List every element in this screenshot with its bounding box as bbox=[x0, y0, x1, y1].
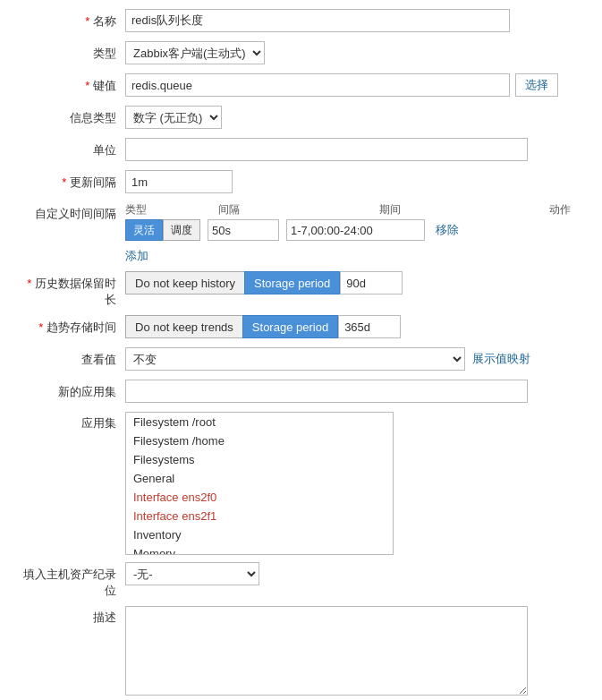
list-item[interactable]: Interface ens2f1 bbox=[126, 507, 393, 525]
update-input[interactable] bbox=[125, 170, 233, 193]
history-row: 历史数据保留时长 Do not keep history Storage per… bbox=[18, 271, 584, 308]
view-content: 不变 展示值映射 bbox=[125, 347, 584, 371]
type-select[interactable]: Zabbix客户端(主动式) Zabbix客户端 SNMP JMX IPMI bbox=[125, 41, 265, 64]
new-app-content bbox=[125, 380, 584, 403]
unit-row: 单位 bbox=[18, 138, 584, 163]
list-item[interactable]: Filesystem /root bbox=[126, 413, 393, 431]
unit-content bbox=[125, 138, 584, 161]
app-content: Filesystem /root Filesystem /home Filesy… bbox=[125, 412, 584, 555]
list-item[interactable]: General bbox=[126, 469, 393, 488]
type-btn-group: 灵活 调度 bbox=[125, 219, 200, 241]
history-storage-btn[interactable]: Storage period bbox=[244, 271, 340, 295]
new-app-label: 新的应用集 bbox=[18, 380, 125, 400]
custom-interval-row: 自定义时间间隔 类型 间隔 期间 动作 灵活 调度 移除 添加 bbox=[18, 202, 584, 264]
trend-period-group: Do not keep trends Storage period bbox=[125, 315, 401, 338]
ci-add-link[interactable]: 添加 bbox=[125, 248, 148, 264]
trend-label: 趋势存储时间 bbox=[18, 315, 125, 336]
trend-content: Do not keep trends Storage period bbox=[125, 315, 584, 338]
name-input[interactable] bbox=[125, 9, 510, 32]
name-content bbox=[125, 9, 584, 32]
type-flexible-btn[interactable]: 灵活 bbox=[125, 219, 163, 241]
ci-remove-link[interactable]: 移除 bbox=[436, 222, 459, 238]
app-dropdown[interactable]: Filesystem /root Filesystem /home Filesy… bbox=[125, 412, 394, 555]
type-label: 类型 bbox=[18, 41, 125, 62]
view-select[interactable]: 不变 bbox=[125, 347, 465, 371]
type-schedule-btn[interactable]: 调度 bbox=[163, 219, 200, 241]
new-app-row: 新的应用集 bbox=[18, 380, 584, 405]
view-mapping-link[interactable]: 展示值映射 bbox=[472, 351, 530, 367]
view-row: 查看值 不变 展示值映射 bbox=[18, 347, 584, 372]
key-content: 选择 bbox=[125, 73, 584, 97]
list-item[interactable]: Filesystems bbox=[126, 450, 393, 469]
history-value-input[interactable] bbox=[340, 271, 403, 295]
list-item[interactable]: Inventory bbox=[126, 525, 393, 544]
history-label: 历史数据保留时长 bbox=[18, 271, 125, 308]
form-container: 名称 类型 Zabbix客户端(主动式) Zabbix客户端 SNMP JMX … bbox=[0, 0, 602, 700]
key-select-button[interactable]: 选择 bbox=[515, 73, 558, 97]
desc-row: 描述 bbox=[18, 606, 584, 696]
info-type-content: 数字 (无正负) 数字 (浮点) 字符 日志 文本 bbox=[125, 106, 584, 129]
ci-col-type-label: 类型 bbox=[125, 202, 215, 218]
custom-interval-label: 自定义时间间隔 bbox=[18, 202, 125, 222]
name-row: 名称 bbox=[18, 9, 584, 34]
custom-interval-content: 类型 间隔 期间 动作 灵活 调度 移除 添加 bbox=[125, 202, 602, 264]
asset-select[interactable]: -无- 主机名 系统描述 bbox=[125, 562, 259, 585]
interval-header: 类型 间隔 期间 动作 bbox=[125, 202, 602, 218]
update-content bbox=[125, 170, 584, 193]
ci-col-action-label: 动作 bbox=[549, 202, 602, 218]
trend-no-keep-btn[interactable]: Do not keep trends bbox=[125, 315, 242, 338]
trend-row: 趋势存储时间 Do not keep trends Storage period bbox=[18, 315, 584, 340]
trend-storage-btn[interactable]: Storage period bbox=[242, 315, 338, 338]
history-no-keep-btn[interactable]: Do not keep history bbox=[125, 271, 244, 295]
interval-row-1: 灵活 调度 移除 bbox=[125, 219, 459, 241]
list-item[interactable]: Filesystem /home bbox=[126, 431, 393, 450]
key-label: 键值 bbox=[18, 73, 125, 94]
info-type-label: 信息类型 bbox=[18, 106, 125, 126]
type-content: Zabbix客户端(主动式) Zabbix客户端 SNMP JMX IPMI bbox=[125, 41, 584, 64]
desc-textarea[interactable] bbox=[125, 606, 528, 696]
ci-value-input[interactable] bbox=[208, 219, 279, 241]
type-row: 类型 Zabbix客户端(主动式) Zabbix客户端 SNMP JMX IPM… bbox=[18, 41, 584, 66]
unit-label: 单位 bbox=[18, 138, 125, 158]
trend-value-input[interactable] bbox=[338, 315, 401, 338]
desc-content bbox=[125, 606, 584, 696]
view-label: 查看值 bbox=[18, 347, 125, 368]
update-row: 更新间隔 bbox=[18, 170, 584, 195]
asset-label: 填入主机资产纪录位 bbox=[18, 562, 125, 599]
key-input[interactable] bbox=[125, 73, 510, 97]
app-row: 应用集 Filesystem /root Filesystem /home Fi… bbox=[18, 412, 584, 555]
list-item[interactable]: Interface ens2f0 bbox=[126, 488, 393, 507]
ci-col-interval-label: 间隔 bbox=[218, 202, 308, 218]
new-app-input[interactable] bbox=[125, 380, 528, 403]
desc-label: 描述 bbox=[18, 606, 125, 626]
asset-content: -无- 主机名 系统描述 bbox=[125, 562, 584, 585]
key-row: 键值 选择 bbox=[18, 73, 584, 98]
history-period-group: Do not keep history Storage period bbox=[125, 271, 403, 295]
ci-col-period-label: 期间 bbox=[379, 202, 522, 218]
unit-input[interactable] bbox=[125, 138, 528, 161]
history-content: Do not keep history Storage period bbox=[125, 271, 584, 295]
app-label: 应用集 bbox=[18, 412, 125, 431]
list-item[interactable]: Memory bbox=[126, 544, 393, 555]
name-label: 名称 bbox=[18, 9, 125, 30]
view-select-group: 不变 展示值映射 bbox=[125, 347, 530, 371]
info-type-select[interactable]: 数字 (无正负) 数字 (浮点) 字符 日志 文本 bbox=[125, 106, 222, 129]
ci-period-input[interactable] bbox=[286, 219, 425, 241]
asset-row: 填入主机资产纪录位 -无- 主机名 系统描述 bbox=[18, 562, 584, 599]
info-type-row: 信息类型 数字 (无正负) 数字 (浮点) 字符 日志 文本 bbox=[18, 106, 584, 131]
update-label: 更新间隔 bbox=[18, 170, 125, 191]
